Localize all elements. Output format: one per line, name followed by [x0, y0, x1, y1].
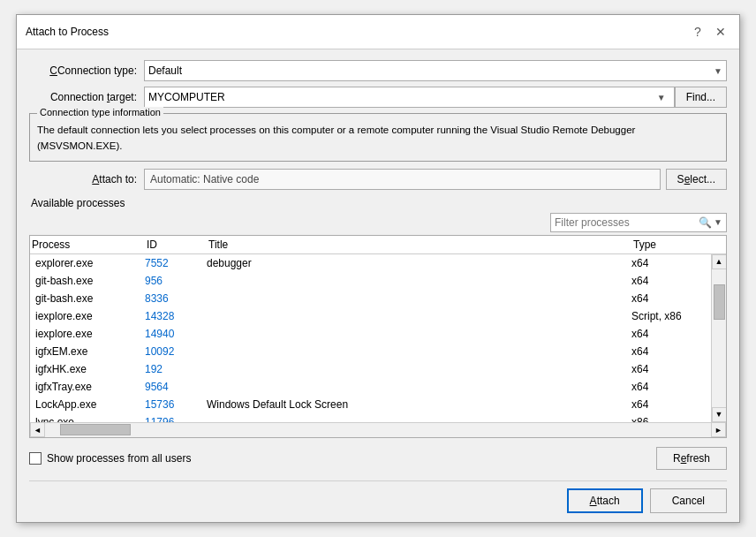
- col-header-title[interactable]: Title: [207, 238, 631, 251]
- dialog-body: CConnection type: Default ▼ Connection t…: [17, 49, 739, 522]
- filter-dropdown-arrow[interactable]: ▼: [714, 217, 722, 227]
- scrollbar-vertical[interactable]: ▲ ▼: [711, 254, 726, 422]
- id-cell: 11796: [145, 416, 207, 422]
- attach-to-process-dialog: Attach to Process ? ✕ CConnection type: …: [16, 14, 740, 523]
- id-cell: 14328: [145, 310, 207, 322]
- connection-target-arrow: ▼: [657, 93, 666, 102]
- search-icon: 🔍: [699, 216, 712, 229]
- info-group-legend: Connection type information: [37, 107, 163, 117]
- attach-to-row: Attach to: Automatic: Native code Select…: [29, 169, 727, 190]
- connection-target-value: MYCOMPUTER: [148, 91, 225, 103]
- table-row[interactable]: git-bash.exe956x64: [30, 272, 711, 290]
- type-cell: x64: [631, 398, 711, 411]
- process-cell: igfxHK.exe: [30, 363, 145, 375]
- type-cell: x64: [631, 257, 711, 269]
- process-cell: git-bash.exe: [30, 292, 145, 305]
- table-body-wrap: explorer.exe7552debuggerx64git-bash.exe9…: [30, 254, 726, 422]
- connection-type-combo[interactable]: Default ▼: [144, 60, 727, 81]
- process-cell: LockApp.exe: [30, 398, 145, 411]
- id-cell: 9564: [145, 381, 207, 393]
- title-bar: Attach to Process ? ✕: [17, 15, 739, 49]
- process-cell: igfxEM.exe: [30, 345, 145, 358]
- process-table-body[interactable]: explorer.exe7552debuggerx64git-bash.exe9…: [30, 254, 711, 422]
- col-header-scrollbar: [711, 238, 726, 251]
- connection-target-combo[interactable]: MYCOMPUTER: [144, 87, 675, 108]
- refresh-button[interactable]: Refresh: [656, 447, 727, 470]
- action-row: Attach Cancel: [29, 480, 727, 513]
- filter-row: 🔍 ▼: [29, 213, 727, 232]
- type-cell: x64: [631, 345, 711, 358]
- select-button[interactable]: Select...: [666, 169, 727, 190]
- show-all-users-checkbox[interactable]: [29, 452, 42, 465]
- find-button[interactable]: Find...: [675, 87, 727, 108]
- id-cell: 14940: [145, 328, 207, 340]
- connection-type-label: CConnection type:: [29, 64, 144, 77]
- table-row[interactable]: lync.exe11796x86: [30, 413, 711, 422]
- scroll-right-arrow[interactable]: ►: [711, 422, 726, 437]
- cancel-button[interactable]: Cancel: [650, 488, 727, 513]
- connection-type-arrow: ▼: [714, 66, 722, 76]
- show-all-users-checkbox-row[interactable]: Show processes from all users: [29, 452, 191, 465]
- title-cell: debugger: [207, 257, 631, 269]
- info-line1: The default connection lets you select p…: [37, 125, 635, 135]
- process-cell: iexplore.exe: [30, 310, 145, 322]
- process-cell: explorer.exe: [30, 257, 145, 269]
- id-cell: 956: [145, 275, 207, 287]
- id-cell: 192: [145, 363, 207, 375]
- process-cell: igfxTray.exe: [30, 381, 145, 393]
- show-all-users-label: Show processes from all users: [47, 452, 191, 465]
- type-cell: x64: [631, 292, 711, 305]
- type-cell: x64: [631, 275, 711, 287]
- table-row[interactable]: igfxEM.exe10092x64: [30, 343, 711, 360]
- col-header-id[interactable]: ID: [145, 238, 207, 251]
- close-button[interactable]: ✕: [711, 22, 730, 42]
- id-cell: 15736: [145, 398, 207, 411]
- table-row[interactable]: LockApp.exe15736Windows Default Lock Scr…: [30, 396, 711, 413]
- process-cell: iexplore.exe: [30, 328, 145, 340]
- process-table: Process ID Title Type explorer.exe7552de…: [29, 235, 727, 438]
- col-header-type[interactable]: Type: [631, 238, 711, 251]
- cancel-label: Cancel: [672, 495, 705, 507]
- connection-info-group: Connection type information The default …: [29, 113, 727, 162]
- attach-to-label: Attach to:: [29, 173, 144, 185]
- help-button[interactable]: ?: [688, 22, 707, 42]
- table-row[interactable]: iexplore.exe14328Script, x86: [30, 307, 711, 325]
- available-processes-label: Available processes: [31, 197, 727, 209]
- connection-target-row: Connection target: MYCOMPUTER ▼ Find...: [29, 87, 727, 108]
- attach-to-value: Automatic: Native code: [144, 169, 661, 190]
- scroll-thumb-horizontal[interactable]: [60, 424, 131, 435]
- scroll-left-arrow[interactable]: ◄: [30, 422, 45, 437]
- process-table-header: Process ID Title Type: [30, 236, 726, 254]
- filter-input[interactable]: [555, 216, 697, 229]
- type-cell: x64: [631, 381, 711, 393]
- info-text: The default connection lets you select p…: [37, 123, 719, 154]
- type-cell: x64: [631, 328, 711, 340]
- table-row[interactable]: igfxHK.exe192x64: [30, 360, 711, 378]
- filter-input-wrap: 🔍 ▼: [550, 213, 727, 232]
- id-cell: 8336: [145, 292, 207, 305]
- title-bar-buttons: ? ✕: [688, 22, 730, 42]
- info-line2: (MSVSMON.EXE).: [37, 140, 122, 151]
- attach-button[interactable]: Attach: [567, 488, 643, 513]
- process-cell: git-bash.exe: [30, 275, 145, 287]
- id-cell: 10092: [145, 345, 207, 358]
- title-cell: Windows Default Lock Screen: [207, 398, 631, 411]
- table-row[interactable]: iexplore.exe14940x64: [30, 325, 711, 343]
- connection-target-label: Connection target:: [29, 91, 144, 103]
- table-row[interactable]: igfxTray.exe9564x64: [30, 378, 711, 396]
- scrollbar-horizontal[interactable]: ◄ ►: [30, 422, 726, 437]
- col-header-process[interactable]: Process: [30, 238, 145, 251]
- type-cell: x86: [631, 416, 711, 422]
- connection-type-value: Default: [148, 64, 182, 77]
- type-cell: Script, x86: [631, 310, 711, 322]
- connection-type-row: CConnection type: Default ▼: [29, 60, 727, 81]
- process-cell: lync.exe: [30, 416, 145, 422]
- scroll-thumb-vertical[interactable]: [714, 284, 725, 320]
- scroll-up-arrow[interactable]: ▲: [712, 254, 727, 269]
- scroll-down-arrow[interactable]: ▼: [712, 407, 727, 422]
- table-row[interactable]: git-bash.exe8336x64: [30, 290, 711, 307]
- id-cell: 7552: [145, 257, 207, 269]
- dialog-title: Attach to Process: [26, 26, 109, 38]
- type-cell: x64: [631, 363, 711, 375]
- table-row[interactable]: explorer.exe7552debuggerx64: [30, 254, 711, 272]
